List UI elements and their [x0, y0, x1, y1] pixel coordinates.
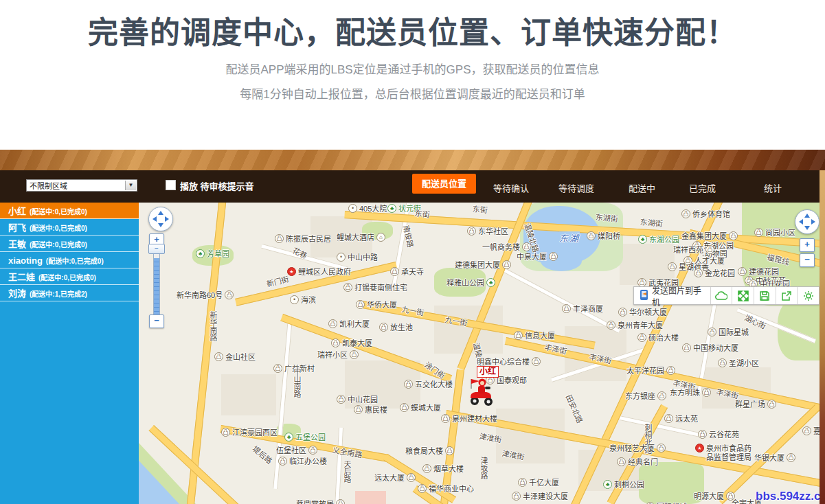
- cloud-icon[interactable]: [710, 287, 732, 304]
- road-label: 新华南路: [207, 311, 218, 341]
- building-poi-icon: 凸: [336, 499, 345, 504]
- map-label-text: 明源大厦: [694, 490, 724, 501]
- map-label-text: 释雅山公园: [447, 277, 484, 288]
- region-select[interactable]: 不限制区域 ▼: [26, 179, 137, 192]
- courier-item[interactable]: 阿飞(配送中:0,已完成0): [0, 219, 139, 236]
- save-icon[interactable]: [754, 287, 776, 304]
- send-to-phone-button[interactable]: 发送图片到手机: [634, 287, 710, 304]
- building-poi-icon: 凸: [587, 231, 596, 240]
- map-label: 凸五交化大楼: [404, 378, 453, 389]
- map-label-text: 陈振辰古民居: [286, 233, 331, 244]
- courier-item[interactable]: 王二娃(配送中:0,已完成0): [0, 268, 139, 285]
- map-label: 凸人才大厦: [683, 255, 725, 266]
- courier-stats: (配送中:0,已完成0): [38, 274, 96, 282]
- building-poi-icon: 凸: [681, 209, 690, 218]
- map-label-text: 东湖街: [595, 211, 618, 224]
- courier-item[interactable]: 王敏(配送中:0,已完成0): [0, 236, 139, 252]
- map-pan-control[interactable]: [148, 207, 173, 231]
- zoom-slider-track[interactable]: [153, 248, 160, 315]
- pan-left-arrow[interactable]: [152, 216, 157, 222]
- map-label-text: 中山南路: [291, 367, 302, 398]
- tab-1[interactable]: 配送员位置: [412, 174, 476, 194]
- courier-name: 王敏: [8, 239, 26, 249]
- map-label: 凸华尔顿大厦: [618, 306, 667, 317]
- map-label-text: 五交化大楼: [415, 378, 453, 389]
- pan-down-arrow[interactable]: [804, 226, 810, 230]
- map-label-text: 凯利大厦: [339, 318, 370, 329]
- map-label: ♣刺桐公园: [603, 479, 644, 490]
- map-label: 远太大厦凸: [374, 472, 416, 483]
- map-label: 鲤城大酒店⌂: [337, 231, 385, 242]
- delivery-scooter-icon[interactable]: [466, 376, 496, 406]
- map-label-text: 丰泽建设大厦: [523, 490, 568, 501]
- tab-2[interactable]: 等待确认: [493, 181, 529, 194]
- zoom-out-button[interactable]: −: [149, 314, 164, 328]
- building-poi-icon: 凸: [532, 357, 541, 366]
- courier-item[interactable]: xiaoting(配送中:0,已完成0): [0, 252, 139, 268]
- map-label-text: 嘉乐: [813, 425, 820, 436]
- zoom-in-button-right[interactable]: +: [800, 238, 815, 252]
- courier-item[interactable]: 刘涛(配送中:1,已完成2): [0, 285, 139, 301]
- zoom-out-button-right[interactable]: −: [800, 253, 815, 267]
- map-label: 凸国际华城: [646, 501, 687, 504]
- map-label: 凸国际星城: [708, 326, 749, 337]
- tab-3[interactable]: 等待调度: [558, 181, 594, 194]
- map-label: •中山中路: [337, 251, 378, 262]
- map-label: 凸临江办公楼: [278, 455, 327, 466]
- map-label-text: 蝶城大厦: [411, 402, 441, 413]
- pan-right-arrow[interactable]: [165, 216, 169, 222]
- map-label-text: 中山花园: [348, 393, 378, 404]
- play-sound-checkbox[interactable]: [166, 180, 176, 190]
- building-poi-icon: 凸: [708, 328, 716, 336]
- map-label-text: 媒阳桥: [598, 230, 620, 241]
- courier-name: 王二娃: [8, 272, 35, 282]
- map-label: 新华南路60号凸: [177, 289, 234, 300]
- courier-item[interactable]: 小红(配送中:0,已完成0): [0, 203, 139, 219]
- tree-poi-icon: ♣: [284, 433, 293, 442]
- map-label: 凸放生池: [379, 321, 413, 332]
- map-label: 凸中山花园: [337, 393, 378, 404]
- building-poi-icon: 凸: [400, 403, 409, 412]
- map-pan-control-right[interactable]: [795, 209, 820, 234]
- fullscreen-icon[interactable]: [732, 287, 754, 304]
- map-label-text: 千亿大厦: [529, 477, 559, 488]
- chevron-down-icon[interactable]: ▼: [125, 181, 136, 190]
- map-label-text: 华侨大厦: [367, 299, 397, 310]
- hero-header: 完善的调度中心，配送员位置、订单快速分配！ 配送员APP端采用的LBS定位是通过…: [0, 0, 825, 150]
- pan-left-arrow[interactable]: [799, 219, 803, 225]
- map-label: 凸陈振辰古民居: [275, 233, 331, 244]
- building-poi-icon: 凸: [308, 446, 317, 455]
- map-label-text: 新华南路: [207, 311, 218, 341]
- zoom-slider-handle[interactable]: −: [148, 244, 165, 254]
- building-poi-icon: 凸: [225, 290, 234, 299]
- map-toolbar: 发送图片到手机: [633, 286, 820, 305]
- building-poi-icon: 凸: [666, 366, 675, 375]
- share-icon[interactable]: [776, 287, 798, 304]
- map-label-text: 鲤城区人民政府: [298, 266, 351, 277]
- pan-right-arrow[interactable]: [811, 219, 815, 225]
- map-label: 凸远太苑: [664, 413, 698, 424]
- tab-5[interactable]: 已完成: [689, 181, 716, 194]
- map-label-text: 金龙花园: [705, 267, 735, 278]
- map-label-text: 瑞祥小区: [317, 349, 348, 360]
- tree-poi-icon: ♣: [387, 204, 396, 213]
- building-poi-icon: 凸: [343, 283, 352, 292]
- map-label: 凸云谷花苑: [698, 428, 739, 439]
- map-label-text: 堤后路: [251, 443, 275, 466]
- building-poi-icon: 凸: [422, 464, 431, 473]
- tab-6[interactable]: 统计: [764, 181, 782, 194]
- toolbar: 不限制区域 ▼ 播放 待审核提示音 配送员位置等待确认等待调度配送中已完成统计: [0, 170, 820, 203]
- courier-stats: (配送中:0,已完成0): [30, 241, 87, 249]
- building-poi-icon: 凸: [702, 388, 711, 397]
- pan-down-arrow[interactable]: [158, 223, 163, 227]
- courier-stats: (配送中:0,已完成0): [46, 257, 104, 265]
- map-label-text: 信息大厦: [525, 330, 555, 341]
- tree-poi-icon: ♣: [196, 249, 205, 258]
- gear-icon[interactable]: [797, 287, 819, 304]
- pan-up-arrow[interactable]: [158, 211, 163, 215]
- map-canvas[interactable]: •405大院♣状元街东街东街东湖街东湖街凸侨乡体育馆凸陈振辰古民居鲤城大酒店⌂花…: [139, 203, 820, 504]
- pan-up-arrow[interactable]: [804, 214, 810, 218]
- tab-4[interactable]: 配送中: [629, 181, 655, 194]
- subtitle-line-1: 配送员APP端采用的LBS定位是通过手机的GPS，获取配送员的位置信息: [0, 60, 825, 77]
- building-poi-icon: 凸: [350, 350, 359, 359]
